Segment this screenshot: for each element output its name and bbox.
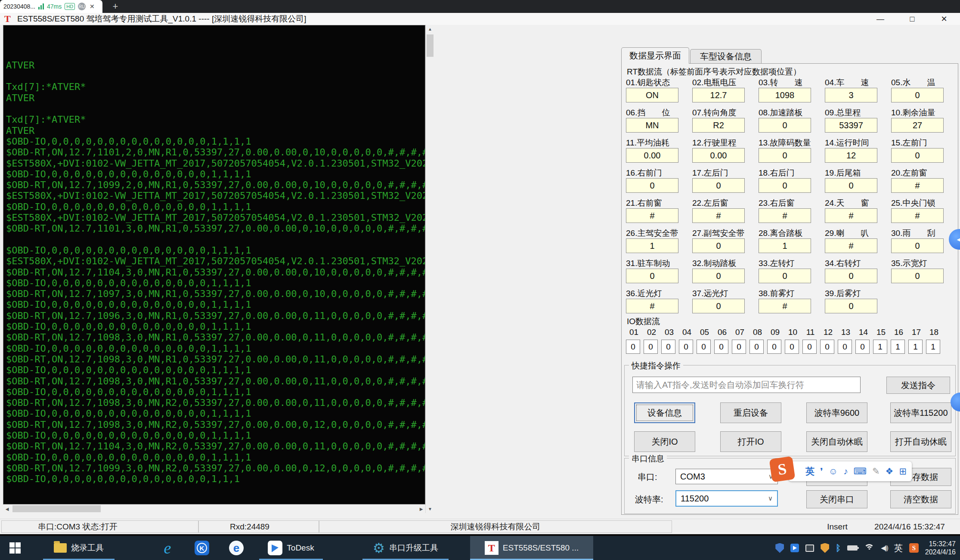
scroll-down-icon[interactable]: ▼ — [426, 505, 434, 513]
device-info-button[interactable]: 设备信息 — [634, 402, 695, 423]
rt-field-label: 10.剩余油量 — [891, 107, 957, 118]
close-button[interactable]: ✕ — [928, 13, 960, 25]
display-tray-icon[interactable] — [805, 545, 814, 552]
log-line: $OBD-IO,0,0,0,0,0,0,0,0,0,0,0,0,0,0,1,1,… — [6, 452, 425, 463]
log-line: $OBD-IO,0,0,0,0,0,0,0,0,0,0,0,0,0,0,1,1,… — [6, 278, 425, 288]
start-button[interactable] — [0, 536, 30, 560]
maximize-button[interactable]: □ — [896, 13, 928, 25]
ime-handwrite-icon[interactable]: ✎ — [872, 466, 880, 476]
log-line: $OBD-IO,0,0,0,0,0,0,0,0,0,0,0,0,0,0,1,1,… — [6, 245, 425, 256]
close-port-button[interactable]: 关闭串口 — [806, 490, 867, 508]
rt-field-value: 0 — [626, 178, 678, 193]
ime-toolbox-icon[interactable]: ⊞ — [899, 466, 907, 476]
remote-session-tab[interactable]: 20230408... 47ms HD RU ✕ — [0, 0, 102, 13]
enable-auto-sleep-button[interactable]: 打开自动休眠 — [890, 431, 951, 452]
rt-field-value: 0.00 — [692, 148, 745, 163]
taskbar-clock[interactable]: 15:32:47 2024/4/16 — [925, 540, 956, 556]
rt-field-label: 12.行驶里程 — [692, 137, 759, 148]
sogou-tray-icon[interactable]: S — [909, 543, 919, 553]
io-header: 09 — [766, 328, 784, 337]
est-app-icon: T — [485, 541, 499, 555]
rt-field-label: 33.左转灯 — [759, 258, 825, 268]
taskbar-ie[interactable]: e — [152, 536, 183, 560]
horizontal-scrollbar[interactable]: ◀ ▶ — [3, 504, 425, 513]
clear-data-button[interactable]: 清空数据 — [890, 490, 951, 508]
io-header: 10 — [784, 328, 802, 337]
close-io-button[interactable]: 关闭IO — [634, 431, 695, 452]
remote-tab-close-icon[interactable]: ✕ — [90, 3, 95, 10]
new-session-button[interactable]: + — [109, 0, 122, 13]
port-select[interactable]: COM3 ∨ — [675, 469, 778, 484]
log-line: $OBD-IO,0,0,0,0,0,0,0,0,0,0,0,0,0,0,1,1,… — [6, 201, 425, 212]
log-line: $OBD-RT,ON,12.7,1098,3,0,MN,R2,0,53397,2… — [6, 419, 425, 430]
rt-field-value: 0 — [891, 88, 944, 102]
baud-select[interactable]: 115200 ∨ — [675, 490, 778, 507]
log-line: $OBD-RT,ON,12.7,1101,3,0,MN,R1,0,53397,2… — [6, 223, 425, 234]
wifi-icon[interactable] — [864, 544, 874, 552]
ime-punctuation-icon[interactable]: ❜ — [820, 466, 823, 476]
send-command-button[interactable]: 发送指令 — [886, 377, 950, 394]
tab-device-info[interactable]: 车型设备信息 — [690, 49, 762, 64]
data-display-tabpage: RT数据流（标签前面序号表示对应数据项位置） 01.钥匙状态 ON 02.电瓶电… — [621, 63, 958, 515]
todesk-icon — [268, 541, 282, 555]
ime-emoji-icon[interactable]: ☺ — [829, 466, 838, 476]
rt-field-value: 0 — [759, 118, 811, 133]
firewall-tray-icon[interactable] — [821, 543, 829, 553]
rt-field-value: 0 — [891, 148, 944, 163]
ime-skin-icon[interactable]: ❖ — [886, 466, 894, 476]
battery-icon[interactable] — [847, 545, 858, 551]
taskbar-burn-tool[interactable]: 烧录工具 — [40, 536, 117, 560]
taskbar-serial-upgrade-tool[interactable]: ⚙ 串口升级工具 — [360, 536, 451, 560]
rt-field: 16.右前门 0 — [626, 167, 692, 193]
todesk-tray-icon[interactable] — [790, 544, 799, 552]
restart-device-button[interactable]: 重启设备 — [720, 402, 781, 423]
baud-select-value: 115200 — [681, 494, 709, 504]
open-io-button[interactable]: 打开IO — [720, 431, 781, 452]
minimize-button[interactable]: — — [864, 13, 896, 25]
rt-field: 17.左后门 0 — [692, 167, 759, 193]
rt-field-value: # — [626, 299, 678, 313]
input-language-indicator[interactable]: 英 — [894, 542, 903, 554]
io-value: 0 — [820, 340, 834, 354]
security-shield-icon[interactable] — [775, 543, 784, 553]
log-line: $OBD-IO,0,0,0,0,0,0,0,0,0,0,0,0,0,0,1,1,… — [6, 365, 425, 375]
vertical-scroll-thumb[interactable] — [427, 34, 434, 57]
rt-field-value: 0 — [692, 238, 745, 253]
taskbar-est-app[interactable]: T EST558S/EST580 ... — [470, 536, 593, 560]
scroll-left-icon[interactable]: ◀ — [3, 504, 11, 513]
scroll-right-icon[interactable]: ▶ — [417, 504, 425, 513]
io-value: 0 — [855, 340, 870, 354]
sogou-ime-logo[interactable]: S — [769, 456, 796, 483]
taskbar-k-app[interactable]: K — [187, 536, 217, 560]
disable-auto-sleep-button[interactable]: 关闭自动休眠 — [806, 431, 867, 452]
ime-lang-icon[interactable]: 英 — [805, 465, 814, 477]
rt-field: 21.右前窗 # — [626, 198, 692, 223]
tab-data-display[interactable]: 数据显示界面 — [621, 47, 689, 64]
log-line: ATVER — [6, 125, 425, 136]
log-line: $OBD-IO,0,0,0,0,0,0,0,0,0,0,0,0,0,0,1,1,… — [6, 408, 425, 419]
bluetooth-icon[interactable]: ᛒ — [836, 543, 841, 553]
volume-icon[interactable]: ◀)) — [881, 544, 888, 552]
baud-115200-button[interactable]: 波特率115200 — [890, 402, 951, 423]
ime-voice-icon[interactable]: ♪ — [843, 466, 848, 476]
rt-field-label: 17.左后门 — [692, 167, 759, 178]
io-header: 04 — [678, 328, 696, 337]
rt-field-label: 13.故障码数量 — [759, 137, 825, 148]
io-header: 16 — [890, 328, 907, 337]
log-line: $OBD-IO,0,0,0,0,0,0,0,0,0,0,0,0,0,0,1,1,… — [6, 387, 425, 397]
log-line: $OBD-IO,0,0,0,0,0,0,0,0,0,0,0,0,0,0,1,1,… — [6, 169, 425, 179]
at-command-input[interactable] — [632, 377, 861, 393]
taskbar-todesk[interactable]: ToDesk — [257, 536, 325, 560]
horizontal-scroll-thumb[interactable] — [12, 505, 101, 512]
vertical-scrollbar[interactable]: ▲ ▼ — [425, 25, 434, 513]
rt-field: 04.车 速 3 — [825, 77, 891, 102]
rt-field-value: 27 — [891, 118, 944, 133]
status-datetime: 2024/4/16 15:32:47 — [861, 520, 958, 533]
taskbar-browser[interactable]: e — [221, 536, 251, 560]
rt-field-value: 0 — [692, 269, 745, 283]
rt-field: 11.平均油耗 0.00 — [626, 137, 692, 163]
scroll-up-icon[interactable]: ▲ — [426, 25, 434, 33]
baud-9600-button[interactable]: 波特率9600 — [806, 402, 867, 423]
rt-field-value: 0 — [759, 148, 811, 163]
ime-keyboard-icon[interactable]: ⌨ — [854, 466, 867, 476]
